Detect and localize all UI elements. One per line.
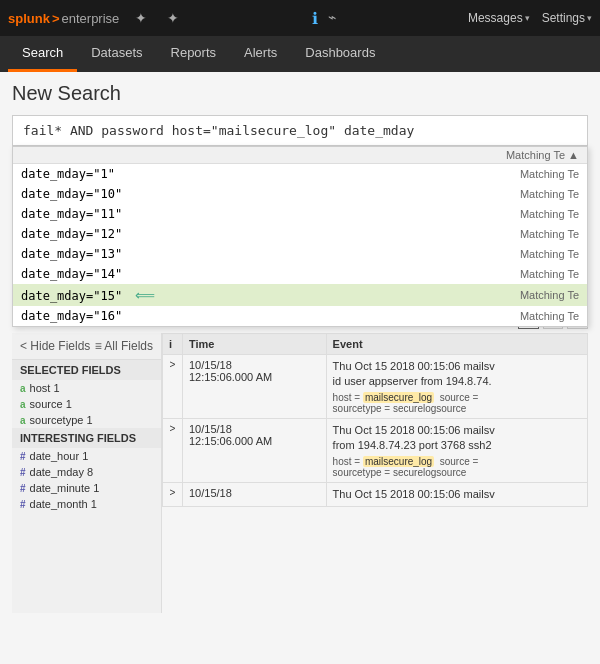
fields-sidebar: < Hide Fields ≡ All Fields SELECTED FIEL… [12, 333, 162, 613]
nav-dashboards[interactable]: Dashboards [291, 36, 389, 72]
top-nav-center: ℹ ⌁ [195, 9, 456, 28]
field-sourcetype[interactable]: a sourcetype 1 [12, 412, 161, 428]
field-date-month[interactable]: # date_month 1 [12, 496, 161, 512]
matching-label: Matching Te ▲ [506, 149, 579, 161]
logo-enterprise: enterprise [62, 11, 120, 26]
selected-fields-title: SELECTED FIELDS [12, 360, 161, 380]
table-row: > 10/15/18 Thu Oct 15 2018 00:15:06 mail… [163, 482, 588, 506]
logo-splunk: splunk [8, 11, 50, 26]
field-type-host: a [20, 383, 26, 394]
field-name-date-mday: date_mday 8 [30, 466, 94, 478]
field-name-date-minute: date_minute 1 [30, 482, 100, 494]
table-row: > 10/15/1812:15:06.000 AM Thu Oct 15 201… [163, 355, 588, 419]
top-nav-right: Messages ▾ Settings ▾ [468, 11, 592, 25]
nav-icon-1[interactable]: ✦ [135, 10, 147, 26]
host-tag-1: mailsecure_log [363, 392, 434, 403]
field-type-source: a [20, 399, 26, 410]
col-i: i [163, 334, 183, 355]
nav-reports[interactable]: Reports [157, 36, 231, 72]
logo-gt: > [52, 11, 60, 26]
autocomplete-item-7[interactable]: date_mday="15" ⟸ Matching Te [13, 284, 587, 306]
autocomplete-item-8[interactable]: date_mday="16" Matching Te [13, 306, 587, 326]
all-fields-btn[interactable]: ≡ All Fields [95, 339, 153, 353]
event-meta-1: host = mailsecure_log source = sourcetyp… [333, 392, 581, 414]
nav-alerts[interactable]: Alerts [230, 36, 291, 72]
search-input[interactable] [12, 115, 588, 146]
table-row: > 10/15/1812:15:06.000 AM Thu Oct 15 201… [163, 418, 588, 482]
hide-fields-btn[interactable]: < Hide Fields [20, 339, 90, 353]
field-name-date-hour: date_hour 1 [30, 450, 89, 462]
search-bar-wrap: Matching Te ▲ date_mday="1" Matching Te … [12, 115, 588, 146]
page-title: New Search [12, 82, 588, 105]
field-name-host: host 1 [30, 382, 60, 394]
time-cell-1: 10/15/1812:15:06.000 AM [183, 355, 327, 419]
autocomplete-item-2[interactable]: date_mday="10" Matching Te [13, 184, 587, 204]
time-cell-2: 10/15/1812:15:06.000 AM [183, 418, 327, 482]
field-type-date-minute: # [20, 483, 26, 494]
expand-btn-3[interactable]: > [163, 482, 183, 506]
event-text-3: Thu Oct 15 2018 00:15:06 mailsv [333, 487, 581, 502]
messages-menu[interactable]: Messages ▾ [468, 11, 530, 25]
expand-btn-2[interactable]: > [163, 418, 183, 482]
interesting-fields-title: INTERESTING FIELDS [12, 428, 161, 448]
arrow-icon: ⟸ [135, 287, 155, 303]
autocomplete-item-6[interactable]: date_mday="14" Matching Te [13, 264, 587, 284]
autocomplete-dropdown: Matching Te ▲ date_mday="1" Matching Te … [12, 146, 588, 327]
expand-btn-1[interactable]: > [163, 355, 183, 419]
field-type-date-hour: # [20, 451, 26, 462]
page-content: New Search Matching Te ▲ date_mday="1" M… [0, 72, 600, 613]
event-meta-2: host = mailsecure_log source = sourcetyp… [333, 456, 581, 478]
autocomplete-header: Matching Te ▲ [13, 147, 587, 164]
field-date-minute[interactable]: # date_minute 1 [12, 480, 161, 496]
field-type-date-month: # [20, 499, 26, 510]
event-cell-1: Thu Oct 15 2018 00:15:06 mailsvid user a… [326, 355, 587, 419]
field-date-mday[interactable]: # date_mday 8 [12, 464, 161, 480]
host-tag-2: mailsecure_log [363, 456, 434, 467]
autocomplete-item-4[interactable]: date_mday="12" Matching Te [13, 224, 587, 244]
field-source[interactable]: a source 1 [12, 396, 161, 412]
col-time: Time [183, 334, 327, 355]
settings-menu[interactable]: Settings ▾ [542, 11, 592, 25]
col-event: Event [326, 334, 587, 355]
field-host[interactable]: a host 1 [12, 380, 161, 396]
messages-caret: ▾ [525, 13, 530, 23]
info-icon[interactable]: ℹ [312, 9, 318, 28]
autocomplete-item-1[interactable]: date_mday="1" Matching Te [13, 164, 587, 184]
time-cell-3: 10/15/18 [183, 482, 327, 506]
events-area: i Time Event > 10/15/1812:15:06.000 AM T… [162, 333, 588, 613]
event-cell-2: Thu Oct 15 2018 00:15:06 mailsvfrom 194.… [326, 418, 587, 482]
field-name-date-month: date_month 1 [30, 498, 97, 510]
splunk-logo: splunk>enterprise [8, 11, 119, 26]
main-content: < Hide Fields ≡ All Fields SELECTED FIEL… [12, 333, 588, 613]
event-text-1: Thu Oct 15 2018 00:15:06 mailsvid user a… [333, 359, 581, 390]
autocomplete-item-5[interactable]: date_mday="13" Matching Te [13, 244, 587, 264]
fields-sidebar-header: < Hide Fields ≡ All Fields [12, 333, 161, 360]
autocomplete-item-3[interactable]: date_mday="11" Matching Te [13, 204, 587, 224]
event-cell-3: Thu Oct 15 2018 00:15:06 mailsv [326, 482, 587, 506]
field-name-source: source 1 [30, 398, 72, 410]
nav-icon-2[interactable]: ✦ [167, 10, 179, 26]
field-name-sourcetype: sourcetype 1 [30, 414, 93, 426]
nav-datasets[interactable]: Datasets [77, 36, 156, 72]
sec-nav: Search Datasets Reports Alerts Dashboard… [0, 36, 600, 72]
field-date-hour[interactable]: # date_hour 1 [12, 448, 161, 464]
events-table: i Time Event > 10/15/1812:15:06.000 AM T… [162, 333, 588, 507]
field-type-date-mday: # [20, 467, 26, 478]
settings-caret: ▾ [587, 13, 592, 23]
field-type-sourcetype: a [20, 415, 26, 426]
activity-icon[interactable]: ⌁ [328, 9, 336, 28]
nav-search[interactable]: Search [8, 36, 77, 72]
event-text-2: Thu Oct 15 2018 00:15:06 mailsvfrom 194.… [333, 423, 581, 454]
top-nav: splunk>enterprise ✦ ✦ ℹ ⌁ Messages ▾ Set… [0, 0, 600, 36]
